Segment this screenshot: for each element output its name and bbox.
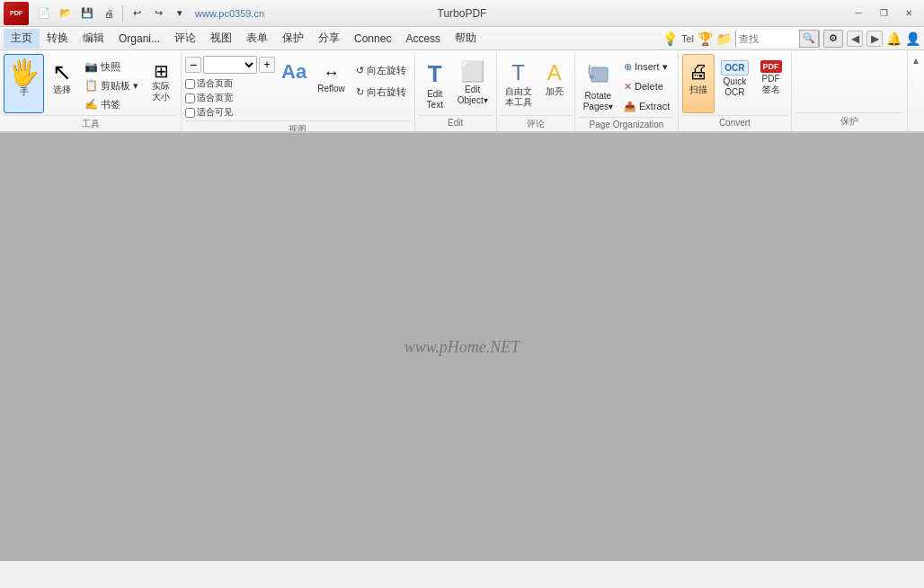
rotate-left-btn[interactable]: ↺ 向左旋转 <box>351 61 411 79</box>
fit-page-label: 适合页面 <box>197 77 233 90</box>
convert-group-content: 🖨 扫描 OCR QuickOCR PDF PDF签名 <box>682 54 786 115</box>
reflow-label: Reflow <box>317 84 345 94</box>
snapshot-btn[interactable]: 📷 快照 <box>80 58 143 76</box>
highlight-label: 加亮 <box>546 86 564 97</box>
redo-btn[interactable]: ↪ <box>148 4 168 23</box>
menu-edit[interactable]: 编辑 <box>76 29 111 49</box>
customize-btn[interactable]: ▾ <box>170 4 190 23</box>
app-title: TurboPDF <box>438 7 487 20</box>
view-group-label: 视图 <box>185 120 411 133</box>
hand-tool-btn[interactable]: 🖐 手 <box>4 54 44 113</box>
print-btn[interactable]: 🖨 <box>99 4 119 23</box>
main-content: www.pHome.NET <box>0 133 924 561</box>
font-size-btn[interactable]: Aa <box>277 54 311 113</box>
extract-icon: 📤 <box>624 101 636 112</box>
edit-text-btn[interactable]: T EditText <box>419 54 451 113</box>
rotate-controls: ↺ 向左旋转 ↻ 向右旋转 <box>351 54 411 101</box>
rotate-pages-svg <box>584 60 611 87</box>
highlight-btn[interactable]: A 加亮 <box>538 54 571 113</box>
menu-view[interactable]: 视图 <box>203 29 239 49</box>
bell-icon[interactable]: 🔔 <box>886 31 902 46</box>
rotate-pages-btn[interactable]: RotatePages▾ <box>579 54 617 113</box>
search-button[interactable]: 🔍 <box>799 30 819 48</box>
menu-comment[interactable]: 评论 <box>167 29 203 49</box>
tools-group-content: 🖐 手 ↖ 选择 📷 快照 📋 剪贴板 ▾ ✍ 书签 <box>4 54 177 115</box>
premium-icon[interactable]: 🏆 <box>697 31 713 46</box>
menu-share[interactable]: 分享 <box>311 29 347 49</box>
insert-btn[interactable]: ⊕ Insert ▾ <box>619 58 674 76</box>
page-org-label: Page Organization <box>579 117 675 131</box>
menu-organize[interactable]: Organi... <box>111 29 167 49</box>
fit-page-check[interactable] <box>185 79 195 89</box>
select-icon: ↖ <box>52 60 72 84</box>
ocr-badge: OCR <box>721 60 748 76</box>
save-btn[interactable]: 💾 <box>77 4 97 23</box>
freetext-label: 自由文本工具 <box>505 86 532 108</box>
menu-access[interactable]: Access <box>398 29 448 49</box>
menu-protect[interactable]: 保护 <box>275 29 311 49</box>
help-icon[interactable]: 💡 <box>662 31 678 46</box>
page-org-group: RotatePages▾ ⊕ Insert ▾ ✕ Delete 📤 Extra… <box>575 52 680 131</box>
separator <box>122 5 123 22</box>
watermark-url: www.pc0359.cn <box>195 8 264 19</box>
ribbon-collapse[interactable]: ▲ <box>908 52 924 131</box>
nav-prev[interactable]: ◀ <box>847 31 863 47</box>
restore-btn[interactable]: ❐ <box>872 4 895 22</box>
zoom-out-btn[interactable]: − <box>185 57 201 73</box>
pdf-badge: PDF <box>760 60 782 73</box>
fit-page-row: 适合页面 <box>185 77 275 90</box>
sign-btn[interactable]: ✍ 书签 <box>80 95 143 113</box>
zoom-in-btn[interactable]: + <box>259 57 275 73</box>
minimize-btn[interactable]: ─ <box>847 4 870 22</box>
fit-width-row: 适合页宽 <box>185 92 275 104</box>
zoom-select[interactable]: 50% 75% 100% 125% 150% 200% <box>203 56 257 74</box>
open-btn[interactable]: 📂 <box>56 4 76 23</box>
rotate-left-label: 向左旋转 <box>367 64 406 77</box>
tools-group-label: 工具 <box>4 115 177 132</box>
user-icon[interactable]: 👤 <box>905 31 920 46</box>
snapshot-label: 快照 <box>101 60 120 74</box>
protect-group-label: 保护 <box>795 112 904 129</box>
delete-icon: ✕ <box>624 81 632 93</box>
freetext-icon: T <box>511 60 525 85</box>
quick-ocr-btn[interactable]: OCR QuickOCR <box>716 54 752 113</box>
folder-icon[interactable]: 📁 <box>716 31 732 46</box>
rotate-right-icon: ↻ <box>356 86 364 98</box>
scan-btn[interactable]: 🖨 扫描 <box>682 54 715 113</box>
close-btn[interactable]: ✕ <box>897 4 920 22</box>
tel-label: Tel <box>681 33 694 44</box>
sign-icon: ✍ <box>84 98 98 111</box>
freetext-btn[interactable]: T 自由文本工具 <box>501 54 537 113</box>
new-btn[interactable]: 📄 <box>34 4 54 23</box>
edit-group-content: T EditText ⬜ EditObject▾ <box>419 54 493 115</box>
delete-btn[interactable]: ✕ Delete <box>619 77 674 95</box>
menu-help[interactable]: 帮助 <box>448 29 484 49</box>
reflow-btn[interactable]: ↔ Reflow <box>313 54 350 113</box>
quick-ocr-label: QuickOCR <box>724 76 747 98</box>
menu-home[interactable]: 主页 <box>4 29 40 49</box>
settings-btn[interactable]: ⚙ <box>823 30 843 48</box>
menu-convert[interactable]: 转换 <box>40 29 76 49</box>
actual-size-btn[interactable]: ⊞ 实际大小 <box>145 54 177 113</box>
scan-icon: 🖨 <box>689 60 708 84</box>
convert-group: 🖨 扫描 OCR QuickOCR PDF PDF签名 Convert <box>679 52 791 131</box>
rotate-right-btn[interactable]: ↻ 向右旋转 <box>351 83 411 101</box>
undo-btn[interactable]: ↩ <box>127 4 147 23</box>
menu-form[interactable]: 表单 <box>239 29 275 49</box>
edit-object-btn[interactable]: ⬜ EditObject▾ <box>453 54 493 113</box>
fit-visible-check[interactable] <box>185 108 195 118</box>
clipboard-btn[interactable]: 📋 剪贴板 ▾ <box>80 76 143 94</box>
pdf-sign-btn[interactable]: PDF PDF签名 <box>755 54 787 113</box>
tools-small-group: 📷 快照 📋 剪贴板 ▾ ✍ 书签 <box>80 56 143 113</box>
edit-group: T EditText ⬜ EditObject▾ Edit <box>415 52 497 131</box>
collapse-btn[interactable]: ▲ <box>910 54 922 67</box>
extract-btn[interactable]: 📤 Extract <box>619 97 674 115</box>
hand-label: 手 <box>20 86 29 97</box>
menu-connect[interactable]: Connec <box>347 29 398 49</box>
highlight-icon: A <box>547 60 562 85</box>
select-tool-btn[interactable]: ↖ 选择 <box>46 54 78 113</box>
search-input[interactable] <box>736 30 799 48</box>
edit-group-label: Edit <box>419 115 493 129</box>
fit-width-check[interactable] <box>185 94 195 103</box>
nav-next[interactable]: ▶ <box>866 31 883 47</box>
